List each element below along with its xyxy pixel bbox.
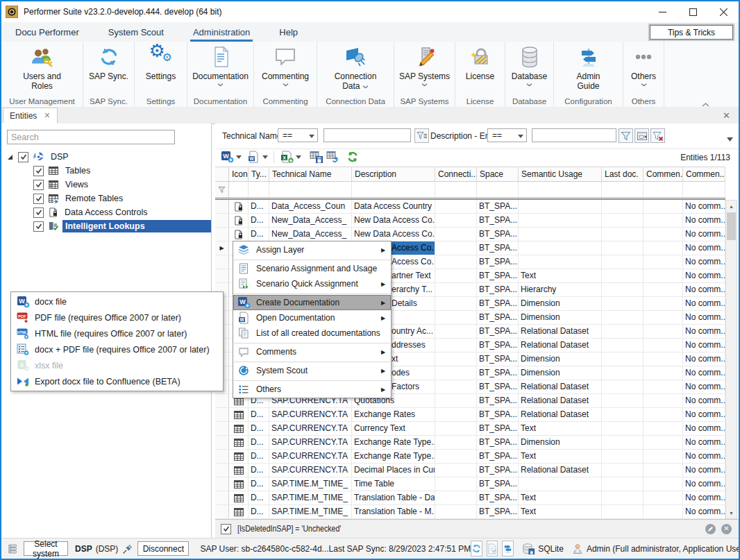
- context-menu-item-create-documentation[interactable]: WCreate Documentation▶: [233, 295, 391, 310]
- create-docx-button[interactable]: W: [221, 151, 234, 163]
- column-header-icon[interactable]: Icon: [229, 167, 249, 181]
- clear-filter-button[interactable]: [650, 128, 665, 143]
- minimize-button[interactable]: [647, 2, 678, 22]
- maximize-button[interactable]: [678, 2, 708, 22]
- table-row[interactable]: D...Data_Access_CounData Access CountryB…: [215, 200, 725, 214]
- table-row[interactable]: D...SAP.CURRENCY.TAExchange RatesBT_SPA.…: [215, 408, 725, 422]
- tree-item-views[interactable]: Views: [1, 178, 211, 192]
- dropdown-arrow-icon[interactable]: [262, 155, 268, 159]
- close-filter-icon[interactable]: ✕: [721, 524, 732, 534]
- tree-checkbox[interactable]: [33, 194, 44, 204]
- export-excel-button[interactable]: X: [280, 151, 294, 163]
- context-menu-item-system-scout[interactable]: System Scout▶: [233, 363, 391, 378]
- scroll-up-icon[interactable]: ▲: [726, 201, 737, 212]
- column-header-description[interactable]: Description: [352, 167, 435, 181]
- context-menu-item-scenario-assignment-and-usage[interactable]: Scenario Assignment and Usage: [233, 261, 391, 276]
- filter-cell[interactable]: [602, 182, 644, 198]
- table-row[interactable]: D...New_Data_Access_New Data Access Co..…: [215, 228, 725, 241]
- column-header-space[interactable]: Space: [477, 167, 519, 181]
- open-docx-button[interactable]: W: [247, 151, 260, 163]
- context-menu-item-scenario-quick-assignment[interactable]: Scenario Quick Assignment▶: [233, 276, 391, 291]
- menu-tab-system-scout[interactable]: System Scout: [107, 24, 165, 42]
- filter-field1-input[interactable]: [323, 128, 411, 142]
- tree-checkbox[interactable]: [18, 152, 28, 162]
- filter-cell[interactable]: [477, 182, 519, 198]
- select-system-button[interactable]: Select system: [24, 541, 68, 556]
- table-row[interactable]: D...SAP.CURRENCY.TADecimal Places in Cur…: [215, 464, 725, 477]
- submenu-item-export-docx-file-to-confluence-beta[interactable]: Export docx file to Confluence (BETA): [11, 373, 223, 389]
- filter-cell[interactable]: [229, 182, 249, 198]
- submenu-item-html-file-requires-office-2007-or-later[interactable]: HTMLHTML file (requires Office 2007 or l…: [11, 325, 223, 341]
- save-grid-layout-button[interactable]: [310, 151, 323, 163]
- filter-field2-operator-select[interactable]: ==: [487, 128, 527, 142]
- table-row[interactable]: D...SAP.CURRENCY.TAExchange Rate Type...…: [215, 436, 725, 450]
- scroll-down-icon[interactable]: ▼: [726, 507, 737, 518]
- dropdown-arrow-icon[interactable]: [236, 155, 242, 159]
- dropdown-arrow-icon[interactable]: [296, 155, 301, 159]
- filter-cell[interactable]: [683, 182, 725, 198]
- tree-item-tables[interactable]: Tables: [1, 164, 211, 178]
- tree-checkbox[interactable]: [33, 180, 44, 190]
- guide-signpost-button[interactable]: [502, 541, 514, 557]
- submenu-item-docx-pdf-file-requires-office-2007-or-later[interactable]: docx + PDF file (requires Office 2007 or…: [11, 341, 223, 357]
- filter-bar-expand-icon[interactable]: [727, 132, 733, 144]
- menu-tab-docu-performer[interactable]: Docu Performer: [14, 24, 81, 42]
- search-input[interactable]: [7, 130, 175, 144]
- tips-and-tricks-button[interactable]: Tips & Tricks: [650, 25, 733, 40]
- table-row[interactable]: D...SAP.CURRENCY.TAExchange Rate Type...…: [215, 450, 725, 464]
- restore-grid-layout-button[interactable]: [326, 151, 339, 163]
- footer-filter-checkbox[interactable]: [221, 524, 231, 534]
- context-menu-item-open-documentation[interactable]: WOpen Documentation▶: [233, 310, 391, 325]
- context-menu-item-comments[interactable]: Comments▶: [233, 344, 391, 359]
- column-header-commen[interactable]: Commen...: [644, 167, 683, 181]
- edit-filter-icon[interactable]: [705, 524, 716, 534]
- column-header-semantic-usage[interactable]: Semantic Usage: [519, 167, 602, 181]
- filter-cell[interactable]: [519, 182, 602, 198]
- table-row[interactable]: D...SAP.CURRENCY.TACurrency TextBT_SPA..…: [215, 422, 725, 436]
- table-filter-row[interactable]: [215, 182, 725, 198]
- filter-cell[interactable]: [249, 182, 269, 198]
- table-row[interactable]: D...SAP.TIME.M_TIME_Translation Table - …: [215, 505, 725, 519]
- table-row[interactable]: D...SAP.TIME.M_TIME_Time TableBT_SPA...N…: [215, 477, 725, 491]
- log-document-button[interactable]: [487, 541, 498, 557]
- tree-item-data-access-controls[interactable]: Data Access Controls: [1, 205, 211, 219]
- table-row[interactable]: D...SAP.TIME.M_TIME_Translation Table - …: [215, 491, 725, 505]
- menu-tab-help[interactable]: Help: [278, 24, 299, 42]
- tree-checkbox[interactable]: [33, 166, 44, 176]
- tab-close-icon[interactable]: ✕: [44, 111, 50, 120]
- column-header-ty[interactable]: Ty...: [249, 167, 269, 181]
- system-list-icon[interactable]: [7, 543, 18, 554]
- tree-item-intelligent-lookups[interactable]: Intelligent Lookups: [1, 219, 211, 233]
- disconnect-button[interactable]: Disconnect: [137, 541, 189, 556]
- tree-item-remote-tables[interactable]: Remote Tables: [1, 192, 211, 205]
- apply-filter-button[interactable]: [619, 128, 633, 143]
- context-menu-item-list-of-all-created-documentations[interactable]: List of all created documentations: [233, 325, 391, 341]
- filter-field1-operator-select[interactable]: ==: [278, 128, 318, 142]
- filter-cell[interactable]: [644, 182, 683, 198]
- column-header-technical-name[interactable]: Technical Name: [269, 167, 352, 181]
- tree-checkbox[interactable]: [33, 207, 44, 218]
- scrollbar-thumb[interactable]: [727, 212, 736, 240]
- context-menu-item-assign-layer[interactable]: Assign Layer▶: [233, 242, 391, 257]
- filter-conditions-button[interactable]: [414, 128, 429, 143]
- column-header-commen[interactable]: Commen...: [683, 167, 725, 181]
- menu-tab-administration[interactable]: Administration: [192, 24, 251, 42]
- tree-item-dsp[interactable]: DSP: [1, 150, 211, 164]
- refresh-button[interactable]: [346, 151, 360, 163]
- tree-expander-icon[interactable]: [6, 155, 14, 160]
- filter-editor-button[interactable]: [634, 128, 649, 143]
- panel-close-icon[interactable]: ✕: [723, 110, 730, 121]
- table-row[interactable]: D...New_Data_Access_New Data Access Co..…: [215, 214, 725, 228]
- submenu-item-pdf-file-requires-office-2007-or-later[interactable]: PDFPDF file (requires Office 2007 or lat…: [11, 309, 223, 325]
- context-menu-item-others[interactable]: Others▶: [233, 382, 391, 397]
- submenu-item-docx-file[interactable]: Wdocx file: [11, 294, 223, 309]
- filter-field2-input[interactable]: [532, 128, 616, 142]
- filter-cell[interactable]: [435, 182, 477, 198]
- vertical-scrollbar[interactable]: ▲ ▼: [725, 200, 737, 519]
- tree-checkbox[interactable]: [33, 221, 44, 232]
- filter-cell[interactable]: [269, 182, 352, 198]
- tab-entities[interactable]: Entities ✕: [3, 108, 58, 124]
- column-header-connecti[interactable]: Connecti...: [435, 167, 477, 181]
- filter-cell[interactable]: [352, 182, 435, 198]
- close-button[interactable]: [708, 2, 739, 22]
